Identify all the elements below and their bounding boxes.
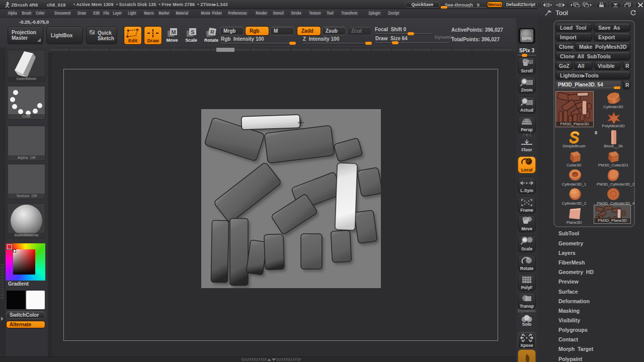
svg-text:R: R: [210, 29, 215, 35]
svg-text:M: M: [171, 29, 176, 35]
svg-text:S: S: [191, 29, 194, 35]
